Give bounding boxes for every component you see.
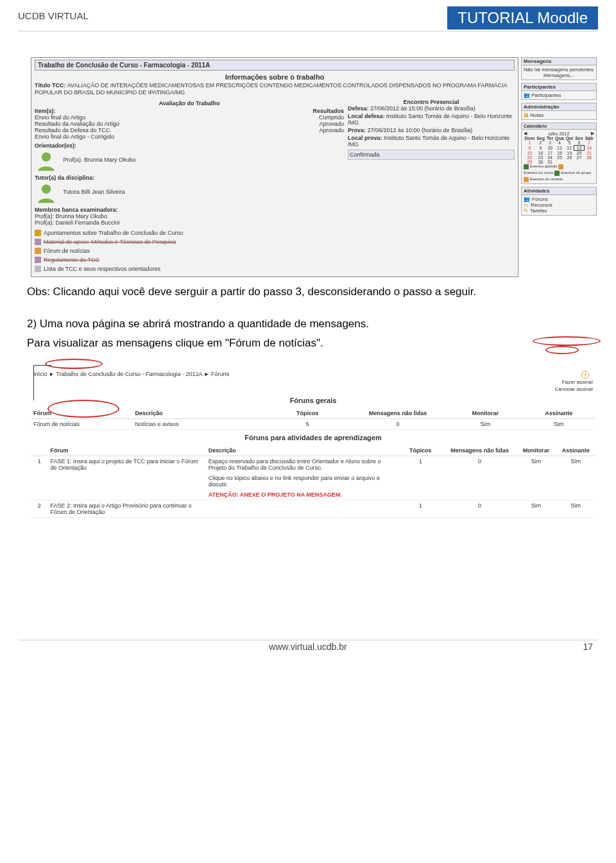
cell-assinante: Sim	[556, 500, 595, 518]
participantes-block: Participantes 👥 Participantes	[521, 83, 597, 100]
th-naolidas: Mensagens não lidas	[347, 408, 449, 419]
status-confirmada: Confirmada	[348, 150, 515, 160]
course-links: Apontamentos sobre Trabalho de Conclusão…	[35, 228, 344, 273]
block-header: Mensagens	[522, 58, 596, 65]
item-name: Resultado da Avaliação do Artigo	[35, 121, 119, 127]
prova-label: Prova:	[348, 127, 366, 133]
cell-monitorar: Sim	[449, 419, 522, 430]
footer-url: www.virtual.ucdb.br	[18, 642, 598, 652]
legend-text: Eventos do curso	[524, 171, 553, 176]
info-title: Informações sobre o trabalho	[35, 73, 515, 81]
calendar-table: DomSegTerQuaQuiSexSáb 1234567 8910111213…	[524, 136, 594, 164]
legend-swatch	[554, 171, 560, 176]
local-prova-label: Local prova:	[348, 135, 382, 141]
banca-member: Prof(a): Danieli Fernanda Buccini	[35, 219, 344, 226]
obs-text: Obs: Clicando aqui você deve serguir a p…	[27, 285, 598, 299]
admin-block: Administração ▦ Notas	[521, 103, 597, 120]
defesa-label: Defesa:	[348, 105, 369, 112]
atividades-tarefas-link[interactable]: Tarefas	[530, 208, 547, 214]
mensagens-block: Mensagens Não há mensagens pendentes Men…	[521, 57, 597, 80]
banca-member: Prof(a): Brunna Mary Okubo	[35, 213, 344, 219]
th-monitorar: Monitorar	[517, 445, 556, 456]
forum-link[interactable]: FASE 1: Insira aqui o projeto de TCC par…	[47, 456, 205, 500]
cal-month: julho 2012	[549, 132, 569, 136]
titulo-text: AVALIAÇÃO DE INTERAÇÕES MEDICAMENTOSAS E…	[35, 82, 507, 96]
forums-aprendizagem-title: Fóruns para atividades de aprendizagem	[31, 434, 595, 441]
tutor-label: Tutor(a) da disciplina:	[35, 175, 344, 181]
cell-topicos: 1	[398, 500, 443, 518]
cell-naolidas: 0	[347, 419, 449, 430]
cell-assinante: Sim	[556, 456, 595, 500]
forum-icon: 👥	[524, 196, 530, 202]
orientador-name: Prof(a). Brunna Mary Okubo	[64, 157, 136, 163]
mensagens-link[interactable]: Mensagens...	[524, 73, 594, 78]
row-number: 2	[31, 500, 47, 518]
th-assinante: Assinante	[556, 445, 595, 456]
desc-text: Clique no tópico abaixo e no link respon…	[209, 475, 395, 488]
block-header: Atividades	[522, 187, 596, 195]
unsubscribe-link[interactable]: Cancelar assinat	[554, 386, 593, 392]
defesa-text: 27/06/2012 às 15:00 (horário de Brasília…	[370, 105, 475, 112]
people-icon: 👥	[524, 92, 530, 98]
course-link[interactable]: Apontamentos sobre Trabalho de Conclusão…	[44, 228, 183, 237]
forum-noticias-link[interactable]: Fórum de notícias	[44, 246, 90, 255]
block-header: Participantes	[522, 83, 596, 91]
orientador-label: Orientador(es):	[35, 142, 344, 149]
avatar-icon	[35, 181, 58, 204]
atividades-foruns-link[interactable]: Fóruns	[532, 196, 548, 202]
svg-point-0	[42, 152, 51, 161]
doc-icon	[35, 257, 41, 263]
page-number: 17	[583, 642, 593, 652]
cell-naolidas: 0	[443, 456, 516, 500]
mensagens-text: Não há mensagens pendentes	[524, 67, 594, 73]
block-header: Administração	[522, 103, 596, 111]
prova-text: 27/06/2012 às 10:00 (horário de Brasília…	[368, 127, 473, 133]
item-name: Envio final do Artigo - Corrigido	[35, 133, 114, 140]
header-left: UCDB VIRTUAL	[18, 6, 89, 21]
resources-icon: ▭	[524, 202, 529, 208]
cell-topicos: 1	[398, 456, 443, 500]
course-link[interactable]: Regulamento do TCC	[44, 255, 99, 264]
avatar-icon	[35, 149, 58, 172]
legend-swatch	[558, 164, 563, 169]
atividades-recursos-link[interactable]: Recursos	[531, 202, 552, 208]
atividades-block: Atividades 👥Fóruns ▭Recursos ✎Tarefas	[521, 187, 597, 216]
cal-next[interactable]: ▶	[591, 131, 594, 136]
desc-warning: ATENÇÃO: ANEXE O PROJETO NA MENSAGEM.	[209, 491, 395, 498]
doc-icon	[35, 230, 41, 236]
item-name: Envio final do Artigo	[35, 114, 86, 121]
forum-icon	[35, 248, 41, 254]
doc-icon	[35, 266, 41, 272]
legend-text: Eventos do grupo	[561, 171, 591, 176]
legend-text: Eventos do usuário	[530, 177, 563, 182]
course-link[interactable]: Material de apoio: Métodos e Técnicas de…	[44, 237, 176, 246]
tutor-name: Tutora Billi Jean Silveira	[63, 189, 124, 195]
help-icon[interactable]: ?	[581, 371, 589, 379]
course-link[interactable]: Lista de TCC e seus respectivos orientad…	[44, 264, 160, 273]
item-result: Aprovado	[319, 127, 344, 133]
cell-assinante: Sim	[522, 419, 595, 430]
legend-swatch	[524, 164, 529, 169]
th-forum: Fórum	[31, 408, 132, 419]
forum-link[interactable]: FASE 2: Insira aqui o Artigo Provisório …	[47, 500, 205, 518]
aval-title: Avaliação do Trabalho	[35, 100, 344, 107]
course-title: Trabalho de Conclusão de Curso - Farmaco…	[35, 60, 515, 71]
item-result: Aprovado	[319, 121, 344, 127]
cell-desc: Notícias e avisos	[132, 419, 268, 430]
forum-noticias-cell[interactable]: Fórum de notícias	[31, 419, 132, 430]
banca-label: Membros banca examinadora:	[35, 207, 344, 213]
desc-text: Espaço reservado para discussão entre Or…	[209, 458, 395, 471]
header-right: TUTORIAL Moodle	[447, 6, 598, 30]
forums-gerais-title: Fóruns gerais	[31, 397, 595, 404]
subscribe-link[interactable]: Fazer assinat	[562, 379, 593, 385]
item-name: Resultado da Defesa do TCC	[35, 127, 110, 133]
svg-point-1	[42, 184, 51, 193]
notas-link[interactable]: Notas	[530, 112, 543, 118]
doc-icon	[35, 239, 41, 245]
th-desc: Descrição	[132, 408, 268, 419]
participantes-link[interactable]: Participantes	[531, 92, 561, 98]
step-2b: Para visualizar as mensagens clique em "…	[27, 336, 598, 350]
breadcrumb[interactable]: Início ► Trabalho de Conclusão de Curso …	[33, 371, 229, 377]
th-monitorar: Monitorar	[449, 408, 522, 419]
cal-prev[interactable]: ◀	[524, 131, 527, 136]
